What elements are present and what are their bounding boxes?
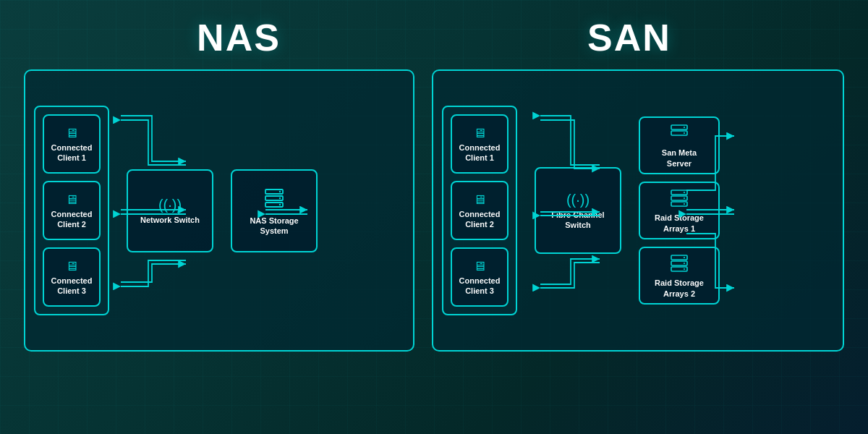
svg-point-34	[684, 257, 685, 258]
laptop-icon: 🖥	[65, 193, 78, 206]
laptop-icon: 🖥	[473, 260, 486, 273]
storage-icon	[670, 189, 689, 210]
server-icon	[670, 124, 689, 145]
nas-client-1: 🖥 ConnectedClient 1	[43, 114, 101, 174]
laptop-icon: 🖥	[65, 127, 78, 140]
svg-point-30	[684, 203, 685, 205]
storage-icon	[263, 187, 286, 213]
nas-title: NAS	[197, 16, 281, 59]
san-meta-server: San MetaServer	[639, 116, 720, 174]
svg-point-23	[684, 127, 685, 128]
san-raid-2: Raid StorageArrays 2	[639, 247, 720, 305]
san-switch-label: Fibre Channel Switch	[540, 210, 616, 231]
nas-switch-label: Network Switch	[140, 215, 200, 225]
svg-point-28	[684, 192, 685, 193]
nas-diagram: 🖥 ConnectedClient 1 🖥 ConnectedClient 2 …	[24, 69, 414, 352]
laptop-icon: 🖥	[473, 127, 486, 140]
wifi-icon: ((·))	[158, 197, 182, 212]
svg-point-36	[684, 268, 685, 270]
diagrams-row: 🖥 ConnectedClient 1 🖥 ConnectedClient 2 …	[0, 69, 868, 352]
nas-storage: NAS StorageSystem	[231, 169, 318, 252]
svg-point-24	[684, 132, 685, 134]
wifi-icon: ((·))	[566, 192, 590, 207]
san-raid-1: Raid StorageArrays 1	[639, 182, 720, 239]
nas-client-2: 🖥 ConnectedClient 2	[43, 181, 101, 240]
san-switch: ((·)) Fibre Channel Switch	[535, 167, 621, 254]
storage-icon	[670, 254, 689, 275]
svg-point-12	[279, 197, 281, 199]
svg-point-13	[279, 204, 281, 205]
san-client-1: 🖥 ConnectedClient 1	[451, 114, 509, 174]
svg-point-29	[684, 197, 685, 199]
svg-point-35	[684, 263, 685, 264]
san-diagram: 🖥 ConnectedClient 1 🖥 ConnectedClient 2 …	[432, 69, 844, 352]
san-client-3: 🖥 ConnectedClient 3	[451, 247, 509, 307]
svg-point-11	[279, 191, 281, 192]
nas-switch: ((·)) Network Switch	[127, 169, 213, 252]
header-row: NAS SAN	[0, 0, 868, 69]
laptop-icon: 🖥	[65, 260, 78, 273]
nas-client-3: 🖥 ConnectedClient 3	[43, 247, 101, 307]
san-title: SAN	[587, 16, 671, 59]
san-client-2: 🖥 ConnectedClient 2	[451, 181, 509, 240]
laptop-icon: 🖥	[473, 193, 486, 206]
